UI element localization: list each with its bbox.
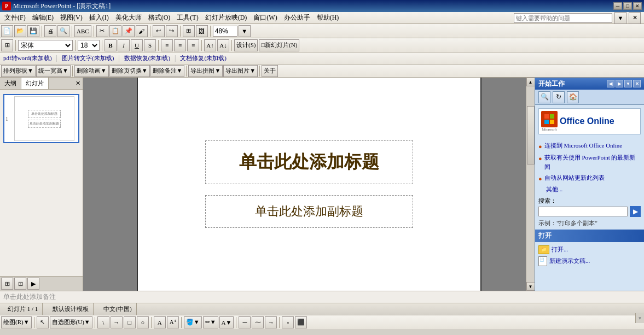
notes-scroll[interactable]: ▼ [635, 313, 644, 323]
close-searchbar-button[interactable]: ✕ [629, 12, 641, 24]
new-button[interactable]: 📄 [1, 25, 13, 37]
menu-edit[interactable]: 编辑(E) [29, 12, 57, 23]
search-input-right[interactable] [538, 207, 628, 216]
nav-icon-refresh[interactable]: ↻ [553, 91, 565, 103]
panel-close-button[interactable]: ✕ [73, 80, 83, 87]
redo-button[interactable]: ↪ [166, 25, 178, 37]
italic-button[interactable]: I [118, 39, 130, 51]
slide-title-placeholder[interactable]: 单击此处添加标题 [205, 140, 413, 184]
save-button[interactable]: 💾 [27, 25, 39, 37]
link-powerpoint-news[interactable]: ● 获取有关使用 PowerPoint 的最新新闻 [538, 153, 641, 172]
new-slide-button[interactable]: ⊞ [1, 39, 13, 51]
arrow-btn[interactable]: → [111, 316, 123, 328]
menu-beautify[interactable]: 美化大师 [112, 12, 145, 23]
preview-button[interactable]: 🔍 [57, 25, 69, 37]
close-button[interactable]: ✕ [633, 2, 642, 10]
help-search-button[interactable]: ▼ [614, 12, 626, 24]
scroll-up[interactable]: ▲ [526, 78, 535, 86]
open-file-item[interactable]: 📁 打开... [538, 245, 641, 254]
paste-button[interactable]: 📌 [123, 25, 135, 37]
arrow-style-btn[interactable]: → [265, 316, 277, 328]
rp-close-btn[interactable]: ✕ [633, 80, 641, 87]
rect-btn[interactable]: □ [124, 316, 136, 328]
notes-placeholder[interactable]: 单击此处添加备注 [3, 292, 56, 302]
nav-icon-home[interactable]: 🏠 [567, 91, 579, 103]
maximize-button[interactable]: □ [623, 2, 632, 10]
minimize-button[interactable]: ─ [613, 2, 622, 10]
insert-image[interactable]: 🖼 [196, 25, 208, 37]
menu-help[interactable]: 帮助(H) [314, 12, 343, 23]
line-btn[interactable]: \ [97, 316, 109, 328]
slideshow-view[interactable]: ▶ [27, 278, 39, 290]
menu-format[interactable]: 格式(O) [145, 12, 174, 23]
cut-button[interactable]: ✂ [96, 25, 108, 37]
plugin-recovery[interactable]: 数据恢复(未加载) [122, 54, 172, 63]
zoom-input[interactable] [213, 26, 237, 37]
shadow-button[interactable]: S [144, 39, 156, 51]
new-slide-btn2[interactable]: □新幻灯片(N) [259, 39, 299, 51]
select-btn[interactable]: ↖ [37, 316, 49, 328]
notes-bar[interactable]: 单击此处添加备注 ▼ [0, 291, 644, 303]
autoshape-btn[interactable]: 自选图形(U)▼ [50, 316, 92, 328]
scroll-track[interactable] [526, 86, 535, 282]
menu-window[interactable]: 窗口(W) [250, 12, 280, 23]
plugin-ocr[interactable]: 图片转文字(未加载) [60, 54, 116, 63]
plugin-repair[interactable]: 文档修复(未加载) [178, 54, 228, 63]
menu-assistant[interactable]: 办公助手 [281, 12, 314, 23]
export-collage[interactable]: 导出拼图▼ [188, 65, 223, 77]
insert-table[interactable]: ⊞ [183, 25, 195, 37]
delete-animation[interactable]: 删除动画▼ [74, 65, 109, 77]
scroll-thumb[interactable] [527, 106, 535, 164]
menu-tools[interactable]: 工具(T) [173, 12, 201, 23]
tab-slides[interactable]: 幻灯片 [21, 78, 49, 89]
decrease-font[interactable]: A↓ [217, 39, 229, 51]
about-button[interactable]: 关于 [262, 65, 278, 77]
help-search-input[interactable] [514, 13, 612, 23]
menu-file[interactable]: 文件(F) [1, 12, 29, 23]
ellipse-btn[interactable]: ○ [137, 316, 149, 328]
increase-font[interactable]: A↑ [204, 39, 216, 51]
nav-icon-search[interactable]: 🔍 [538, 91, 550, 103]
align-right[interactable]: ≡ [187, 39, 199, 51]
search-go-button[interactable]: ▶ [630, 206, 641, 217]
scroll-down[interactable]: ▼ [526, 282, 535, 291]
print-button[interactable]: 🖨 [44, 25, 56, 37]
dash-btn[interactable]: ⁓ [252, 316, 264, 328]
align-center[interactable]: ≡ [174, 39, 186, 51]
new-link-text[interactable]: 新建演示文稿... [549, 257, 590, 265]
align-left[interactable]: ≡ [161, 39, 173, 51]
link-connect-office[interactable]: ● 连接到 Microsoft Office Online [538, 141, 641, 152]
line-color-btn[interactable]: ✏▼ [203, 316, 218, 328]
textbox-btn[interactable]: A [154, 316, 166, 328]
vertical-scrollbar[interactable]: ▲ ▼ [526, 78, 535, 291]
menu-view[interactable]: 视图(V) [57, 12, 86, 23]
delete-notes[interactable]: 删除备注▼ [150, 65, 185, 77]
open-button[interactable]: 📂 [14, 25, 26, 37]
design-button[interactable]: 设计(S) [234, 39, 258, 51]
link-other[interactable]: 其他... [538, 185, 641, 195]
menu-insert[interactable]: 插入(I) [86, 12, 112, 23]
wordart-btn[interactable]: A⁴ [167, 316, 179, 328]
delete-transition[interactable]: 删除页切换▼ [109, 65, 150, 77]
rp-forward-btn[interactable]: ▶ [616, 80, 623, 87]
spellcheck-button[interactable]: ABC [74, 25, 91, 37]
menu-slideshow[interactable]: 幻灯片放映(D) [202, 12, 251, 23]
undo-button[interactable]: ↩ [153, 25, 165, 37]
arrange-shapes[interactable]: 排列形状▼ [1, 65, 36, 77]
new-file-item[interactable]: 📄 新建演示文稿... [538, 256, 641, 266]
rp-back-btn[interactable]: ◀ [607, 80, 614, 87]
font-color-btn[interactable]: A▼ [219, 316, 234, 328]
bold-button[interactable]: B [105, 39, 117, 51]
3d-btn[interactable]: ⬛ [295, 316, 307, 328]
slide-thumbnail-1[interactable]: 1 单击此处添加标题 单击此处添加副标题 [3, 94, 79, 143]
window-controls[interactable]: ─ □ ✕ [613, 2, 642, 10]
slide-subtitle-placeholder[interactable]: 单击此处添加副标题 [205, 195, 413, 228]
format-painter[interactable]: 🖌 [136, 25, 148, 37]
link-auto-update[interactable]: ● 自动从网站更新此列表 [538, 173, 641, 184]
zoom-dropdown[interactable]: ▼ [239, 25, 251, 37]
normal-view[interactable]: ⊞ [1, 278, 13, 290]
rp-home-btn[interactable]: ▼ [624, 80, 632, 87]
draw-btn[interactable]: 绘图(R)▼ [1, 316, 32, 328]
slide-sorter[interactable]: ⊡ [14, 278, 26, 290]
open-link-text[interactable]: 打开... [552, 245, 568, 254]
